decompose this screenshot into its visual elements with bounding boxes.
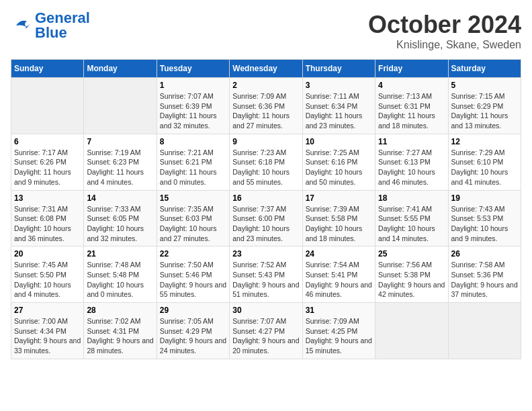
day-number: 14 [87,193,153,203]
table-row: 27Sunrise: 7:00 AM Sunset: 4:34 PM Dayli… [11,303,84,359]
table-row: 31Sunrise: 7:09 AM Sunset: 4:25 PM Dayli… [302,303,375,359]
table-row: 29Sunrise: 7:05 AM Sunset: 4:29 PM Dayli… [157,303,229,359]
day-info: Sunrise: 7:07 AM Sunset: 4:27 PM Dayligh… [232,316,299,356]
calendar-week-row: 1Sunrise: 7:07 AM Sunset: 6:39 PM Daylig… [11,78,521,134]
table-row: 24Sunrise: 7:54 AM Sunset: 5:41 PM Dayli… [302,246,375,303]
logo: General Blue [11,11,90,40]
header-friday: Friday [375,60,448,78]
day-number: 22 [160,249,226,259]
day-number: 6 [14,137,81,146]
table-row: 17Sunrise: 7:39 AM Sunset: 5:58 PM Dayli… [302,190,375,246]
day-number: 10 [306,137,372,146]
table-row: 13Sunrise: 7:31 AM Sunset: 6:08 PM Dayli… [11,190,84,246]
day-info: Sunrise: 7:48 AM Sunset: 5:48 PM Dayligh… [87,260,153,300]
day-info: Sunrise: 7:37 AM Sunset: 6:00 PM Dayligh… [232,204,299,244]
day-number: 9 [232,137,299,146]
day-number: 2 [232,81,299,90]
day-info: Sunrise: 7:52 AM Sunset: 5:43 PM Dayligh… [232,260,299,300]
table-row: 5Sunrise: 7:15 AM Sunset: 6:29 PM Daylig… [448,78,521,134]
header-wednesday: Wednesday [230,60,302,78]
table-row: 10Sunrise: 7:25 AM Sunset: 6:16 PM Dayli… [302,134,375,190]
day-info: Sunrise: 7:05 AM Sunset: 4:29 PM Dayligh… [160,316,226,356]
day-number: 8 [160,137,226,146]
table-row: 7Sunrise: 7:19 AM Sunset: 6:23 PM Daylig… [84,134,157,190]
day-info: Sunrise: 7:58 AM Sunset: 5:36 PM Dayligh… [451,260,518,300]
table-row: 30Sunrise: 7:07 AM Sunset: 4:27 PM Dayli… [230,303,302,359]
day-info: Sunrise: 7:54 AM Sunset: 5:41 PM Dayligh… [306,260,372,300]
day-number: 20 [14,249,81,259]
location-title: Knislinge, Skane, Sweden [368,39,521,51]
day-number: 26 [451,249,518,259]
table-row: 1Sunrise: 7:07 AM Sunset: 6:39 PM Daylig… [157,78,229,134]
day-info: Sunrise: 7:13 AM Sunset: 6:31 PM Dayligh… [378,91,445,131]
day-number: 28 [87,306,153,315]
table-row: 14Sunrise: 7:33 AM Sunset: 6:05 PM Dayli… [84,190,157,246]
table-row: 8Sunrise: 7:21 AM Sunset: 6:21 PM Daylig… [157,134,229,190]
day-number: 12 [451,137,518,146]
day-info: Sunrise: 7:07 AM Sunset: 6:39 PM Dayligh… [160,91,226,131]
table-row: 28Sunrise: 7:02 AM Sunset: 4:31 PM Dayli… [84,303,157,359]
day-info: Sunrise: 7:29 AM Sunset: 6:10 PM Dayligh… [451,148,518,187]
day-number: 19 [451,193,518,203]
table-row: 4Sunrise: 7:13 AM Sunset: 6:31 PM Daylig… [375,78,448,134]
table-row: 12Sunrise: 7:29 AM Sunset: 6:10 PM Dayli… [448,134,521,190]
day-info: Sunrise: 7:56 AM Sunset: 5:38 PM Dayligh… [378,260,445,300]
calendar-table: Sunday Monday Tuesday Wednesday Thursday… [11,59,521,359]
table-row: 26Sunrise: 7:58 AM Sunset: 5:36 PM Dayli… [448,246,521,303]
day-number: 29 [160,306,226,315]
table-row [375,303,448,359]
day-info: Sunrise: 7:09 AM Sunset: 4:25 PM Dayligh… [306,316,372,356]
logo-text: General Blue [35,11,90,40]
title-block: October 2024 Knislinge, Skane, Sweden [368,11,521,51]
calendar-week-row: 20Sunrise: 7:45 AM Sunset: 5:50 PM Dayli… [11,246,521,303]
table-row: 11Sunrise: 7:27 AM Sunset: 6:13 PM Dayli… [375,134,448,190]
day-number: 15 [160,193,226,203]
table-row [11,78,84,134]
day-info: Sunrise: 7:27 AM Sunset: 6:13 PM Dayligh… [378,148,445,187]
logo-bird-icon [11,15,32,36]
day-info: Sunrise: 7:45 AM Sunset: 5:50 PM Dayligh… [14,260,81,300]
day-number: 25 [378,249,445,259]
day-info: Sunrise: 7:23 AM Sunset: 6:18 PM Dayligh… [232,148,299,187]
day-number: 7 [87,137,153,146]
header-saturday: Saturday [448,60,521,78]
header-monday: Monday [84,60,157,78]
day-info: Sunrise: 7:17 AM Sunset: 6:26 PM Dayligh… [14,148,81,187]
table-row: 25Sunrise: 7:56 AM Sunset: 5:38 PM Dayli… [375,246,448,303]
calendar-week-row: 13Sunrise: 7:31 AM Sunset: 6:08 PM Dayli… [11,190,521,246]
day-number: 1 [160,81,226,90]
day-info: Sunrise: 7:35 AM Sunset: 6:03 PM Dayligh… [160,204,226,244]
day-number: 23 [232,249,299,259]
table-row [448,303,521,359]
day-info: Sunrise: 7:09 AM Sunset: 6:36 PM Dayligh… [232,91,299,131]
table-row: 21Sunrise: 7:48 AM Sunset: 5:48 PM Dayli… [84,246,157,303]
table-row: 18Sunrise: 7:41 AM Sunset: 5:55 PM Dayli… [375,190,448,246]
day-number: 30 [232,306,299,315]
calendar-week-row: 6Sunrise: 7:17 AM Sunset: 6:26 PM Daylig… [11,134,521,190]
day-number: 16 [232,193,299,203]
month-title: October 2024 [368,11,521,39]
day-info: Sunrise: 7:02 AM Sunset: 4:31 PM Dayligh… [87,316,153,356]
day-number: 17 [306,193,372,203]
calendar-header-row: Sunday Monday Tuesday Wednesday Thursday… [11,60,521,78]
table-row: 22Sunrise: 7:50 AM Sunset: 5:46 PM Dayli… [157,246,229,303]
day-info: Sunrise: 7:21 AM Sunset: 6:21 PM Dayligh… [160,148,226,187]
day-info: Sunrise: 7:50 AM Sunset: 5:46 PM Dayligh… [160,260,226,300]
day-info: Sunrise: 7:15 AM Sunset: 6:29 PM Dayligh… [451,91,518,131]
day-number: 4 [378,81,445,90]
day-info: Sunrise: 7:25 AM Sunset: 6:16 PM Dayligh… [306,148,372,187]
day-number: 5 [451,81,518,90]
day-info: Sunrise: 7:43 AM Sunset: 5:53 PM Dayligh… [451,204,518,244]
day-info: Sunrise: 7:41 AM Sunset: 5:55 PM Dayligh… [378,204,445,244]
table-row: 23Sunrise: 7:52 AM Sunset: 5:43 PM Dayli… [230,246,302,303]
day-number: 11 [378,137,445,146]
table-row [84,78,157,134]
table-row: 20Sunrise: 7:45 AM Sunset: 5:50 PM Dayli… [11,246,84,303]
day-info: Sunrise: 7:33 AM Sunset: 6:05 PM Dayligh… [87,204,153,244]
table-row: 9Sunrise: 7:23 AM Sunset: 6:18 PM Daylig… [230,134,302,190]
calendar-week-row: 27Sunrise: 7:00 AM Sunset: 4:34 PM Dayli… [11,303,521,359]
day-number: 3 [306,81,372,90]
day-number: 31 [306,306,372,315]
header-thursday: Thursday [302,60,375,78]
day-info: Sunrise: 7:39 AM Sunset: 5:58 PM Dayligh… [306,204,372,244]
